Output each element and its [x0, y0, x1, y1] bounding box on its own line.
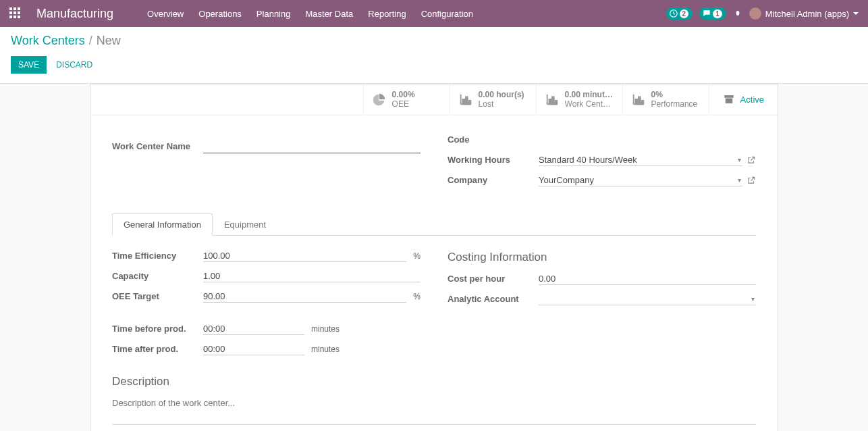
stat-load[interactable]: 0.00 minute(s) Work Center ...	[536, 84, 622, 115]
clock-icon	[669, 9, 678, 18]
time-before-input[interactable]	[203, 323, 304, 335]
bar-chart-icon	[458, 92, 473, 107]
chat-icon	[702, 9, 711, 18]
tab-general-content: Time Efficiency % Capacity OEE Targe	[112, 248, 756, 361]
svg-rect-9	[641, 101, 643, 105]
discard-button[interactable]: DISCARD	[49, 56, 99, 74]
divider	[112, 424, 756, 425]
unit-percent: %	[413, 251, 421, 261]
activity-badge: 2	[680, 9, 689, 18]
topbar: Manufacturing Overview Operations Planni…	[0, 0, 868, 27]
capacity-input[interactable]	[203, 270, 421, 282]
svg-rect-6	[555, 101, 557, 105]
form-container: 0.00% OEE 0.00 hour(s) Lost 0.00 minute(…	[0, 84, 868, 431]
company-input[interactable]	[539, 174, 742, 186]
header-fields: Work Center Name Code Working Hours	[112, 132, 756, 193]
tab-general-information[interactable]: General Information	[112, 213, 213, 236]
bar-chart-icon	[545, 92, 560, 107]
breadcrumb-parent[interactable]: Work Centers	[11, 34, 85, 48]
control-panel: Work Centers / New SAVE DISCARD	[0, 27, 868, 84]
working-hours-input[interactable]	[539, 154, 742, 166]
pie-chart-icon	[372, 92, 387, 107]
description-input[interactable]	[112, 395, 756, 411]
caret-down-icon	[853, 12, 859, 15]
analytic-account-input[interactable]	[539, 293, 756, 305]
breadcrumb: Work Centers / New	[11, 34, 857, 48]
tab-equipment[interactable]: Equipment	[213, 213, 277, 236]
label-time-after: Time after prod.	[112, 344, 203, 354]
label-time-before: Time before prod.	[112, 324, 203, 334]
avatar	[749, 7, 761, 20]
messaging-badge: 1	[713, 9, 722, 18]
unit-percent: %	[413, 292, 421, 301]
label-code: Code	[447, 134, 539, 145]
tabs: General Information Equipment	[112, 213, 756, 236]
label-time-efficiency: Time Efficiency	[112, 251, 203, 261]
archive-icon	[723, 93, 735, 105]
stat-active-toggle[interactable]: Active	[709, 84, 778, 115]
stat-load-value: 0.00 minute(s)	[565, 90, 614, 99]
user-name: Mitchell Admin (apps)	[765, 9, 849, 19]
breadcrumb-current: New	[97, 34, 121, 48]
form-sheet: 0.00% OEE 0.00 hour(s) Lost 0.00 minute(…	[90, 84, 778, 431]
nav-configuration[interactable]: Configuration	[414, 5, 480, 23]
stat-lost-value: 0.00 hour(s)	[479, 90, 524, 99]
svg-rect-1	[462, 99, 464, 104]
label-working-hours: Working Hours	[447, 155, 539, 165]
active-label: Active	[740, 95, 764, 105]
stat-oee-value: 0.00%	[392, 90, 415, 99]
svg-rect-10	[724, 95, 734, 98]
apps-icon[interactable]	[9, 7, 22, 20]
user-menu[interactable]: Mitchell Admin (apps)	[749, 7, 859, 20]
activity-pill[interactable]: 2	[666, 7, 693, 20]
nav-reporting[interactable]: Reporting	[361, 5, 412, 23]
debug-icon[interactable]	[733, 9, 742, 18]
stat-performance[interactable]: 0% Performance	[622, 84, 709, 115]
unit-minutes: minutes	[311, 324, 340, 334]
label-work-center-name: Work Center Name	[112, 141, 203, 151]
cost-per-hour-input[interactable]	[539, 273, 756, 285]
nav-overview[interactable]: Overview	[140, 5, 190, 23]
svg-rect-5	[552, 97, 554, 105]
stat-oee[interactable]: 0.00% OEE	[363, 84, 450, 115]
section-description: Description	[112, 375, 756, 388]
unit-minutes: minutes	[311, 345, 340, 354]
nav-master-data[interactable]: Master Data	[298, 5, 360, 23]
svg-rect-4	[549, 99, 551, 104]
svg-rect-8	[639, 97, 641, 105]
section-costing: Costing Information	[447, 251, 756, 264]
nav-operations[interactable]: Operations	[192, 5, 248, 23]
svg-rect-7	[635, 99, 637, 104]
button-row: SAVE DISCARD	[11, 56, 857, 74]
svg-rect-2	[466, 97, 468, 105]
label-company: Company	[447, 175, 539, 185]
nav-links: Overview Operations Planning Master Data…	[140, 5, 480, 23]
time-after-input[interactable]	[203, 343, 304, 355]
save-button[interactable]: SAVE	[11, 56, 47, 74]
work-center-name-input[interactable]	[203, 139, 421, 153]
description-section: Description	[112, 375, 756, 425]
stat-oee-label: OEE	[392, 99, 415, 109]
bar-chart-icon	[631, 92, 646, 107]
time-efficiency-input[interactable]	[203, 250, 406, 262]
stat-load-label: Work Center ...	[565, 99, 614, 109]
label-oee-target: OEE Target	[112, 291, 203, 301]
svg-rect-3	[468, 101, 470, 105]
messaging-pill[interactable]: 1	[699, 7, 726, 20]
label-cost-per-hour: Cost per hour	[447, 274, 539, 284]
sheet-body: Work Center Name Code Working Hours	[90, 116, 778, 431]
stat-perf-label: Performance	[651, 99, 698, 109]
stat-perf-value: 0%	[651, 90, 698, 99]
nav-planning[interactable]: Planning	[250, 5, 298, 23]
breadcrumb-sep: /	[89, 34, 92, 48]
stat-lost[interactable]: 0.00 hour(s) Lost	[450, 84, 536, 115]
label-analytic-account: Analytic Account	[447, 294, 539, 304]
svg-rect-11	[725, 99, 732, 104]
stat-button-row: 0.00% OEE 0.00 hour(s) Lost 0.00 minute(…	[90, 84, 778, 116]
external-link-icon[interactable]	[747, 176, 756, 185]
app-name: Manufacturing	[36, 7, 113, 21]
stat-lost-label: Lost	[479, 99, 524, 109]
external-link-icon[interactable]	[747, 155, 756, 165]
oee-target-input[interactable]	[203, 290, 406, 303]
label-capacity: Capacity	[112, 271, 203, 281]
